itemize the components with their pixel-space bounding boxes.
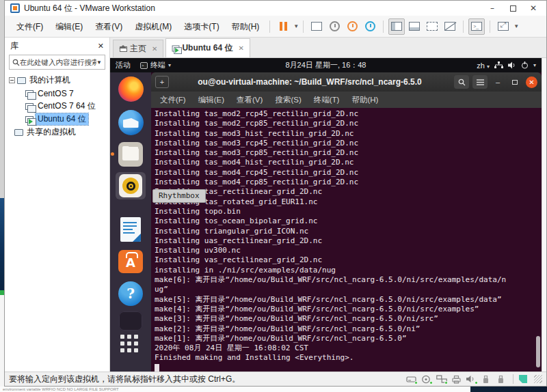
app-menu-button[interactable]: > 终端 ▾ <box>140 60 171 70</box>
terminal-menu-button[interactable] <box>472 75 488 89</box>
dock-item-libreoffice-writer[interactable] <box>116 217 146 242</box>
terminal-close-button[interactable]: ✕ <box>526 76 537 88</box>
terminal-window[interactable]: + ou@ou-virtual-machine: ~/Build_WRF/src… <box>151 72 542 372</box>
tab-close-icon[interactable]: ✕ <box>238 44 243 52</box>
dock-item-rhythmbox[interactable] <box>116 172 146 199</box>
activities-button[interactable]: 活动 <box>116 60 131 70</box>
maximize-button[interactable] <box>503 1 523 15</box>
terminal-restore-button[interactable] <box>508 75 522 89</box>
collapse-icon[interactable] <box>9 77 15 83</box>
terminal-minimize-button[interactable]: – <box>491 75 505 89</box>
vm-display[interactable]: 活动 > 终端 ▾ 8月24日 星期一, 16：48 zh ▾ <box>110 58 542 372</box>
scrollbar-handle[interactable] <box>536 336 540 367</box>
terminal-line: Installing tas_rotated_grid_EUR11.nc <box>155 197 542 207</box>
input-method-indicator[interactable]: zh ▾ <box>477 61 490 70</box>
stretch-guest-button[interactable] <box>495 18 511 35</box>
vm-icon <box>25 90 34 97</box>
new-tab-button[interactable]: + <box>155 76 169 88</box>
vmware-statusbar: 要将输入定向到该虚拟机，请将鼠标指针移入其中或按 Ctrl+G。 <box>5 372 546 386</box>
show-library-button[interactable] <box>388 18 405 35</box>
terminal-search-button[interactable] <box>454 75 469 89</box>
tree-node-ubuntu64[interactable]: Ubuntu 64 位 <box>5 113 109 126</box>
chevron-down-icon: ▾ <box>487 64 490 70</box>
suspend-dropdown-arrow[interactable]: ▼ <box>293 23 299 29</box>
take-snapshot-button[interactable] <box>326 18 343 35</box>
snapshot-icon <box>330 21 340 31</box>
tree-node-centos7-64[interactable]: CentOS 7 64 位 <box>5 100 109 113</box>
terminal-app-icon: > <box>140 62 148 69</box>
vmware-logo-icon <box>10 3 20 13</box>
stretch-dropdown-arrow[interactable]: ▼ <box>513 23 519 29</box>
terminal-menu-item[interactable]: 终端(T) <box>308 95 346 105</box>
library-close-icon[interactable]: ✕ <box>98 42 104 51</box>
dock-item-thunderbird[interactable] <box>116 110 146 135</box>
tab-close-icon[interactable]: ✕ <box>152 45 157 53</box>
tree-node-my-computer[interactable]: 我的计算机 <box>5 74 109 87</box>
device-connected-dot <box>414 381 418 384</box>
menu-item[interactable]: 编辑(E) <box>49 16 89 37</box>
network-icon[interactable] <box>494 61 503 69</box>
revert-snapshot-button[interactable] <box>344 18 360 35</box>
show-console-view-button[interactable] <box>406 18 423 35</box>
cdrom-device-icon[interactable] <box>421 375 432 384</box>
network-device-icon[interactable] <box>436 375 447 384</box>
power-icon[interactable] <box>521 61 529 69</box>
suspend-vm-button[interactable] <box>275 18 291 35</box>
tree-node-shared-vms[interactable]: 共享的虚拟机 <box>5 126 109 139</box>
library-search-input[interactable] <box>20 58 96 66</box>
message-log-icon[interactable] <box>519 375 527 383</box>
revert-snapshot-icon <box>347 21 358 31</box>
toolbar-separator <box>269 20 270 33</box>
tab-home[interactable]: 主页 ✕ <box>113 40 163 57</box>
volume-icon[interactable] <box>508 61 516 69</box>
terminal-output[interactable]: Installing tas_mod2_rcp45_rectilin_grid_… <box>151 108 542 372</box>
dock-item-firefox[interactable] <box>116 76 146 102</box>
terminal-menu-item[interactable]: 查看(V) <box>230 95 269 105</box>
terminal-cursor <box>155 364 159 372</box>
terminal-prompt-line <box>155 363 542 372</box>
terminal-line: 2020年 08月 24日 星期一 16:08:02 CST <box>155 344 542 353</box>
manage-snapshot-button[interactable] <box>362 18 378 35</box>
library-search-box[interactable]: ▼ <box>9 55 105 70</box>
terminal-menu-item[interactable]: 帮助(H) <box>345 95 384 105</box>
unity-mode-button[interactable] <box>442 18 458 35</box>
tree-node-centos7[interactable]: CentOS 7 <box>5 87 109 100</box>
dock-item-files[interactable] <box>116 142 146 167</box>
menu-item[interactable]: 查看(V) <box>89 16 129 37</box>
resize-grip[interactable] <box>534 375 542 383</box>
terminal-menu-item[interactable]: 搜索(S) <box>269 95 307 105</box>
search-dropdown-arrow[interactable]: ▼ <box>96 59 102 66</box>
dock-item-show-applications[interactable] <box>116 335 146 355</box>
usb-device-icon-2[interactable] <box>496 375 507 384</box>
terminal-scrollbar[interactable] <box>535 108 540 372</box>
fullscreen-button[interactable] <box>424 18 440 35</box>
console-button[interactable]: >_ <box>468 18 485 35</box>
menu-item[interactable]: 帮助(H) <box>226 16 266 37</box>
minimize-button[interactable]: – <box>482 1 503 15</box>
dock-item-terminal-dark[interactable] <box>116 311 146 331</box>
usb-device-icon[interactable] <box>481 375 492 384</box>
send-ctrl-alt-del-button[interactable] <box>308 18 325 35</box>
toolbar-separator <box>490 20 490 33</box>
close-button[interactable]: ✕ <box>523 1 544 15</box>
printer-device-icon[interactable] <box>451 375 462 384</box>
sound-device-icon[interactable] <box>466 375 477 384</box>
device-connected-dot <box>444 381 448 384</box>
harddisk-device-icon[interactable] <box>406 375 417 384</box>
terminal-line: Installing uv300.nc <box>155 246 542 255</box>
menu-item[interactable]: 选项卡(T) <box>178 16 225 37</box>
toolbar-separator <box>383 20 384 33</box>
system-menu-chevron-icon[interactable]: ▾ <box>533 62 536 68</box>
dock-item-ubuntu-software[interactable] <box>116 250 146 273</box>
menu-item[interactable]: 文件(F) <box>10 16 49 37</box>
dock-item-help[interactable]: ? <box>116 281 146 306</box>
clock-label[interactable]: 8月24日 星期一, 16：48 <box>116 60 536 70</box>
vmware-titlebar: Ubuntu 64 位 - VMware Workstation – ✕ <box>5 1 546 16</box>
menu-item[interactable]: 虚拟机(M) <box>129 16 178 37</box>
terminal-menu-item[interactable]: 文件(F) <box>154 95 192 105</box>
terminal-titlebar[interactable]: + ou@ou-virtual-machine: ~/Build_WRF/src… <box>151 72 542 92</box>
screen: environment variable WRFIO NCD NO LARGE … <box>0 0 547 392</box>
terminal-line: Installing tas_mod4_rcp45_rectilin_grid_… <box>155 168 542 178</box>
terminal-menu-item[interactable]: 编辑(E) <box>192 95 230 105</box>
tab-ubuntu64[interactable]: Ubuntu 64 位 ✕ <box>165 38 250 57</box>
